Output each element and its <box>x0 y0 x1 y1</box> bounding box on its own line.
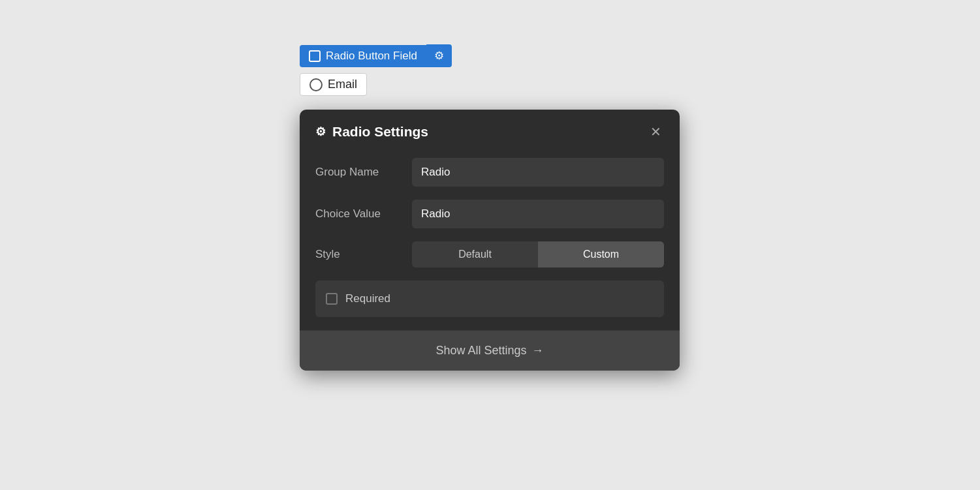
style-toggle: Default Custom <box>412 241 664 268</box>
arrow-icon: → <box>532 344 544 358</box>
show-all-label: Show All Settings <box>435 344 526 358</box>
radio-settings-modal: ⚙ Radio Settings ✕ Group Name Choice Val… <box>300 110 680 371</box>
style-custom-button[interactable]: Custom <box>538 241 664 268</box>
group-name-row: Group Name <box>315 158 664 187</box>
required-checkbox[interactable] <box>326 293 338 305</box>
modal-body: Group Name Choice Value Style Default Cu… <box>300 153 680 330</box>
radio-button-icon <box>309 50 321 62</box>
group-name-label: Group Name <box>315 166 412 179</box>
choice-value-label: Choice Value <box>315 207 412 221</box>
email-label: Email <box>328 78 357 91</box>
style-row: Style Default Custom <box>315 241 664 268</box>
required-label: Required <box>345 292 390 305</box>
group-name-input[interactable] <box>412 158 664 187</box>
modal-close-button[interactable]: ✕ <box>648 123 664 141</box>
gear-icon: ⚙ <box>434 49 444 63</box>
close-icon: ✕ <box>650 125 661 139</box>
modal-title-text: Radio Settings <box>332 124 428 140</box>
modal-title: ⚙ Radio Settings <box>315 124 428 140</box>
radio-circle-icon <box>309 78 323 91</box>
field-settings-button[interactable]: ⚙ <box>426 44 452 67</box>
required-wrapper: Required <box>315 281 664 330</box>
field-toolbar: Radio Button Field ⚙ <box>300 44 452 67</box>
field-label-bar: Radio Button Field <box>300 45 426 67</box>
field-label-text: Radio Button Field <box>326 50 417 63</box>
modal-gear-icon: ⚙ <box>315 125 326 139</box>
choice-value-row: Choice Value <box>315 200 664 228</box>
modal-header: ⚙ Radio Settings ✕ <box>300 110 680 153</box>
required-row: Required <box>315 281 664 317</box>
choice-value-input[interactable] <box>412 200 664 228</box>
style-label: Style <box>315 248 412 261</box>
show-all-settings-button[interactable]: Show All Settings → <box>300 330 680 371</box>
style-default-button[interactable]: Default <box>412 241 538 268</box>
email-option: Email <box>300 73 367 96</box>
